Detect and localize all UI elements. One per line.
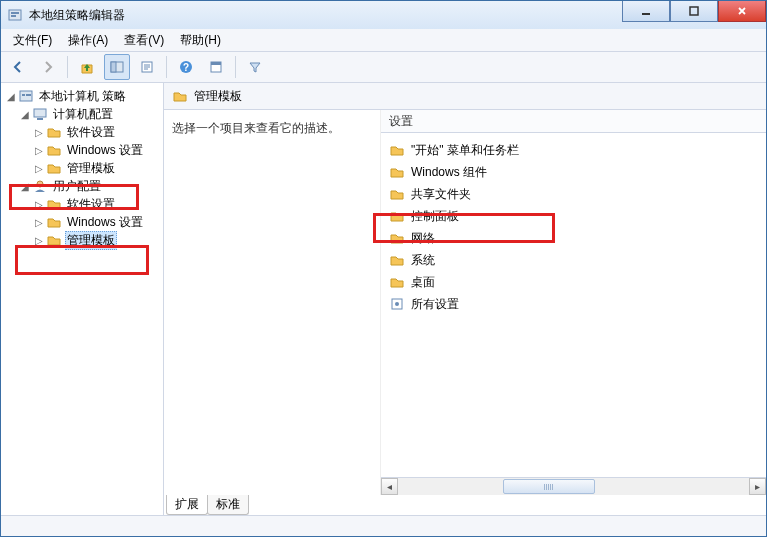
user-icon (32, 178, 48, 194)
tab-extended[interactable]: 扩展 (166, 495, 208, 515)
svg-rect-6 (111, 62, 116, 72)
up-button[interactable] (74, 54, 100, 80)
tree-label: 本地计算机 策略 (37, 87, 128, 106)
settings-icon (389, 296, 405, 312)
tree-label: 软件设置 (65, 195, 117, 214)
folder-icon (46, 160, 62, 176)
properties-button[interactable] (203, 54, 229, 80)
item-label: 系统 (411, 252, 435, 269)
tree-node-root[interactable]: ◢ 本地计算机 策略 (3, 87, 163, 105)
help-button[interactable]: ? (173, 54, 199, 80)
tree-node-software-settings[interactable]: ▷ 软件设置 (31, 195, 163, 213)
list-item[interactable]: 系统 (385, 249, 762, 271)
scrollbar-track[interactable] (398, 478, 749, 495)
content-header: 管理模板 (164, 83, 766, 110)
item-label: 共享文件夹 (411, 186, 471, 203)
menu-action[interactable]: 操作(A) (60, 30, 116, 51)
tree-label: Windows 设置 (65, 141, 145, 160)
horizontal-scrollbar[interactable]: ◂ ▸ (381, 477, 766, 495)
svg-rect-3 (642, 13, 650, 15)
scrollbar-thumb[interactable] (503, 479, 595, 494)
folder-icon (46, 232, 62, 248)
nav-tree[interactable]: ◢ 本地计算机 策略 ◢ 计算机配置 (1, 83, 164, 515)
item-label: "开始" 菜单和任务栏 (411, 142, 519, 159)
list-item[interactable]: Windows 组件 (385, 161, 762, 183)
svg-rect-2 (11, 15, 16, 17)
tree-node-admin-templates[interactable]: ▷ 管理模板 (31, 231, 163, 249)
folder-icon (389, 274, 405, 290)
folder-icon (46, 142, 62, 158)
maximize-button[interactable] (670, 1, 718, 22)
collapse-icon[interactable]: ◢ (5, 91, 17, 102)
view-tabs: 扩展 标准 (164, 495, 766, 515)
tree-node-software-settings[interactable]: ▷ 软件设置 (31, 123, 163, 141)
folder-icon (389, 186, 405, 202)
item-label: Windows 组件 (411, 164, 487, 181)
expand-icon[interactable]: ▷ (33, 235, 45, 246)
folder-icon (389, 252, 405, 268)
item-label: 所有设置 (411, 296, 459, 313)
policy-icon (18, 88, 34, 104)
toolbar-separator (166, 56, 167, 78)
tree-label: 计算机配置 (51, 105, 115, 124)
svg-point-19 (395, 302, 399, 306)
expand-icon[interactable]: ▷ (33, 199, 45, 210)
tree-label: 软件设置 (65, 123, 117, 142)
folder-icon (46, 214, 62, 230)
settings-list[interactable]: "开始" 菜单和任务栏 Windows 组件 共享文件夹 控制面板 网络 系统 … (381, 133, 766, 477)
status-bar (1, 515, 766, 536)
list-item[interactable]: 网络 (385, 227, 762, 249)
back-button[interactable] (5, 54, 31, 80)
show-hide-tree-button[interactable] (104, 54, 130, 80)
folder-icon (389, 164, 405, 180)
toolbar-separator (235, 56, 236, 78)
app-icon (7, 7, 23, 23)
minimize-button[interactable] (622, 1, 670, 22)
menu-help[interactable]: 帮助(H) (172, 30, 229, 51)
computer-icon (32, 106, 48, 122)
list-item[interactable]: 桌面 (385, 271, 762, 293)
list-item[interactable]: 所有设置 (385, 293, 762, 315)
scroll-right-button[interactable]: ▸ (749, 478, 766, 495)
folder-icon (46, 196, 62, 212)
expand-icon[interactable]: ▷ (33, 217, 45, 228)
close-button[interactable] (718, 1, 766, 22)
menu-file[interactable]: 文件(F) (5, 30, 60, 51)
scroll-left-button[interactable]: ◂ (381, 478, 398, 495)
menu-bar: 文件(F) 操作(A) 查看(V) 帮助(H) (1, 29, 766, 52)
tree-node-admin-templates[interactable]: ▷ 管理模板 (31, 159, 163, 177)
list-item[interactable]: 共享文件夹 (385, 183, 762, 205)
titlebar[interactable]: 本地组策略编辑器 (1, 1, 766, 29)
tree-node-user-config[interactable]: ◢ 用户配置 (17, 177, 163, 195)
item-label: 控制面板 (411, 208, 459, 225)
tree-node-windows-settings[interactable]: ▷ Windows 设置 (31, 141, 163, 159)
list-item[interactable]: "开始" 菜单和任务栏 (385, 139, 762, 161)
tree-label: 用户配置 (51, 177, 103, 196)
expand-icon[interactable]: ▷ (33, 127, 45, 138)
svg-point-17 (37, 181, 43, 187)
tree-node-computer-config[interactable]: ◢ 计算机配置 (17, 105, 163, 123)
svg-rect-15 (34, 109, 46, 117)
folder-icon (46, 124, 62, 140)
expand-icon[interactable]: ▷ (33, 163, 45, 174)
svg-rect-16 (37, 118, 43, 120)
collapse-icon[interactable]: ◢ (19, 109, 31, 120)
filter-button[interactable] (242, 54, 268, 80)
description-prompt: 选择一个项目来查看它的描述。 (172, 120, 372, 137)
tree-label: 管理模板 (65, 231, 117, 250)
toolbar: ? (1, 52, 766, 83)
menu-view[interactable]: 查看(V) (116, 30, 172, 51)
export-list-button[interactable] (134, 54, 160, 80)
folder-icon (389, 208, 405, 224)
tree-node-windows-settings[interactable]: ▷ Windows 设置 (31, 213, 163, 231)
forward-button[interactable] (35, 54, 61, 80)
svg-rect-14 (26, 94, 31, 96)
content-title: 管理模板 (194, 88, 242, 105)
list-item[interactable]: 控制面板 (385, 205, 762, 227)
tab-standard[interactable]: 标准 (207, 495, 249, 515)
svg-rect-4 (690, 7, 698, 15)
expand-icon[interactable]: ▷ (33, 145, 45, 156)
column-header-setting[interactable]: 设置 (381, 110, 766, 133)
collapse-icon[interactable]: ◢ (19, 181, 31, 192)
folder-icon (389, 230, 405, 246)
